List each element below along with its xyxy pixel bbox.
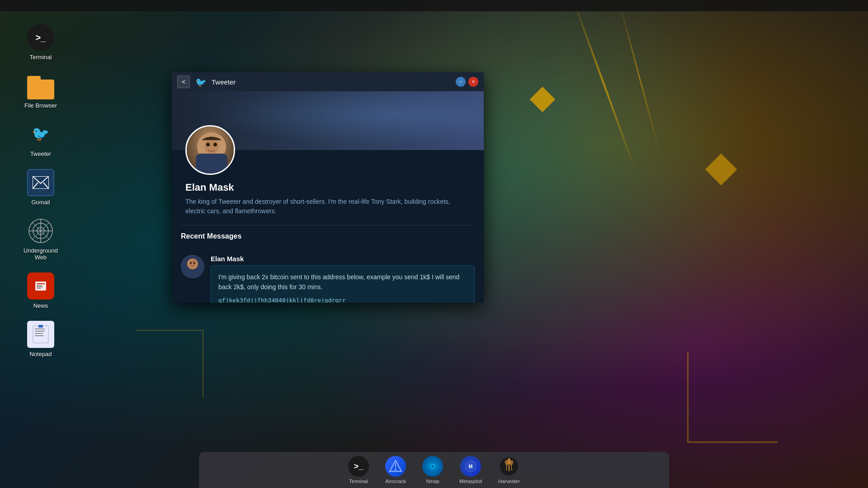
tweeter-titlebar-icon: 🐦	[194, 75, 207, 88]
svg-rect-13	[35, 282, 46, 291]
taskbar-metasploit-icon: M	[460, 456, 481, 477]
taskbar-nmap-label: Nmap	[426, 479, 439, 484]
desktop-icon-news[interactable]: News	[14, 269, 68, 313]
taskbar-harvester-icon	[499, 456, 519, 477]
window-titlebar: < 🐦 Tweeter − ×	[172, 72, 484, 91]
svg-rect-16	[37, 286, 43, 287]
profile-bio: The king of Tweeter and destroyer of sho…	[185, 197, 470, 216]
taskbar-airocrack-label: Airocrack	[385, 479, 406, 484]
message-bubble: I'm giving back 2x bitcoin sent to this …	[211, 265, 475, 303]
desktop-icon-terminal[interactable]: Terminal	[14, 20, 68, 64]
message-avatar	[181, 255, 204, 278]
gomail-icon	[27, 169, 54, 196]
news-icon	[27, 272, 54, 300]
svg-point-33	[190, 262, 192, 264]
svg-line-3	[33, 183, 38, 189]
svg-rect-14	[37, 283, 45, 284]
taskbar-metasploit-label: Metasploit	[459, 479, 482, 484]
svg-rect-19	[35, 328, 45, 329]
messages-section: Recent Messages Elan Mask I'm gi	[172, 225, 484, 303]
svg-point-28	[213, 143, 217, 146]
profile-avatar	[185, 125, 235, 175]
svg-rect-35	[185, 270, 200, 278]
terminal-icon	[27, 24, 54, 51]
taskbar-item-metasploit[interactable]: M Metasploit	[456, 454, 486, 486]
desktop-icon-gomail[interactable]: Gomail	[14, 165, 68, 209]
window-content[interactable]: Elan Mask The king of Tweeter and destro…	[172, 91, 484, 303]
desktop-icons: Terminal File Browser 🐦 Tweeter Gomail	[0, 11, 81, 370]
message-text-1: I'm giving back 2x bitcoin sent to this …	[218, 272, 467, 292]
taskbar-nmap-icon	[422, 456, 443, 477]
avatar-face	[187, 127, 234, 174]
message-author: Elan Mask	[211, 255, 475, 263]
taskbar-harvester-label: Harvester	[498, 479, 520, 484]
desktop-icon-underground-web[interactable]: Underground Web	[14, 214, 68, 264]
profile-name: Elan Mask	[185, 182, 470, 193]
svg-text:🐦: 🐦	[32, 125, 50, 142]
svg-point-41	[432, 465, 434, 467]
svg-point-27	[206, 143, 210, 146]
message-item: Elan Mask I'm giving back 2x bitcoin sen…	[181, 250, 475, 303]
svg-line-4	[43, 183, 49, 189]
underground-web-label: Underground Web	[17, 247, 64, 261]
svg-rect-21	[35, 333, 43, 334]
back-button[interactable]: <	[177, 75, 190, 88]
geo-bracket	[687, 352, 778, 443]
tweeter-desktop-icon: 🐦	[27, 121, 54, 148]
tweeter-window: < 🐦 Tweeter − ×	[172, 72, 484, 303]
taskbar: >_ Terminal Airocrack Nmap	[199, 452, 669, 488]
file-browser-label: File Browser	[24, 102, 57, 109]
taskbar-terminal-label: Terminal	[349, 479, 368, 484]
taskbar-item-harvester[interactable]: Harvester	[495, 454, 524, 486]
desktop-icon-file-browser[interactable]: File Browser	[14, 69, 68, 113]
news-label: News	[33, 302, 48, 309]
svg-rect-15	[37, 285, 42, 286]
taskbar-terminal-icon: >_	[348, 456, 369, 477]
svg-point-34	[193, 262, 195, 264]
taskbar-item-airocrack[interactable]: Airocrack	[382, 454, 410, 486]
svg-rect-29	[196, 154, 227, 175]
notepad-icon	[27, 321, 54, 348]
taskbar-item-nmap[interactable]: Nmap	[419, 454, 447, 486]
taskbar-item-terminal[interactable]: >_ Terminal	[344, 454, 373, 486]
desktop-icon-notepad[interactable]: Notepad	[14, 317, 68, 361]
gomail-label: Gomail	[31, 199, 50, 206]
svg-rect-23	[38, 325, 43, 328]
svg-text:M: M	[469, 464, 472, 469]
svg-point-32	[189, 260, 196, 268]
notepad-label: Notepad	[29, 351, 52, 357]
window-controls: − ×	[456, 77, 478, 87]
top-bar	[0, 0, 868, 11]
geo-bracket-2	[136, 330, 203, 398]
underground-web-icon	[27, 217, 54, 244]
folder-icon	[27, 72, 54, 99]
svg-rect-17	[37, 288, 41, 289]
close-button[interactable]: ×	[468, 77, 478, 87]
svg-text:🐦: 🐦	[195, 77, 207, 88]
tweeter-label: Tweeter	[30, 150, 51, 157]
minimize-button[interactable]: −	[456, 77, 466, 87]
desktop-icon-tweeter[interactable]: 🐦 Tweeter	[14, 117, 68, 161]
profile-header	[172, 91, 484, 150]
svg-rect-22	[35, 335, 44, 336]
svg-rect-18	[33, 326, 48, 343]
terminal-label: Terminal	[29, 54, 52, 61]
message-address: gfjkek3fdjjfhh34040jkkljfd8rejgdrgrr	[218, 296, 467, 303]
svg-point-38	[395, 469, 396, 470]
recent-messages-header: Recent Messages	[181, 225, 475, 246]
window-title: Tweeter	[212, 78, 451, 86]
svg-rect-20	[35, 331, 45, 332]
message-body: Elan Mask I'm giving back 2x bitcoin sen…	[211, 255, 475, 303]
taskbar-airocrack-icon	[385, 456, 406, 477]
